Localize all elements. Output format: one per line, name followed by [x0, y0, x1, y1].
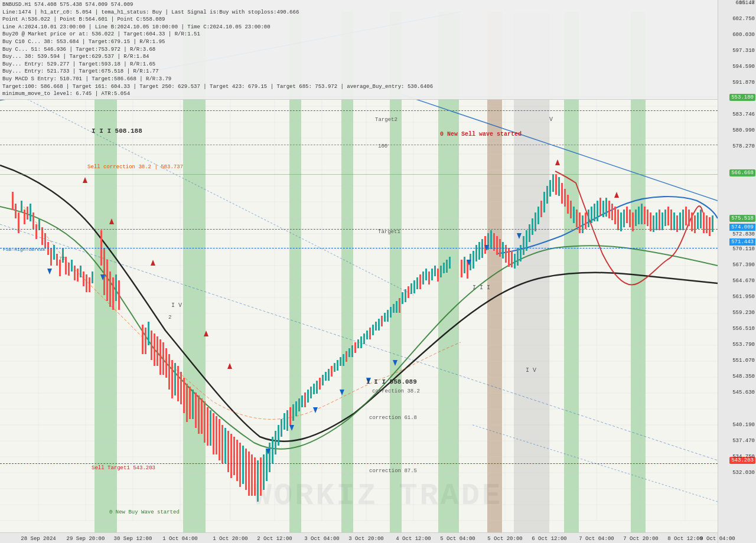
svg-rect-147 — [331, 366, 333, 377]
svg-rect-106 — [210, 410, 211, 446]
chart-container: WORKIZ TRADE BNBUSD.H1 574.408 575.438 5… — [0, 0, 756, 543]
time-30sep12: 30 Sep 12:00 — [114, 536, 152, 542]
svg-rect-97 — [183, 378, 185, 413]
svg-rect-272 — [709, 217, 711, 236]
svg-rect-59 — [44, 233, 46, 248]
price-556510: 556.510 — [732, 326, 755, 332]
info-overlay: BNBUSD.H1 574.408 575.438 574.009 574.00… — [0, 0, 718, 100]
svg-rect-139 — [307, 390, 309, 403]
svg-rect-224 — [567, 195, 569, 214]
svg-rect-195 — [481, 239, 483, 258]
svg-rect-128 — [275, 431, 276, 454]
svg-rect-126 — [269, 443, 271, 472]
svg-rect-103 — [201, 398, 203, 434]
svg-rect-209 — [523, 236, 524, 255]
svg-rect-175 — [413, 280, 415, 293]
svg-rect-179 — [425, 269, 427, 280]
svg-rect-104 — [204, 401, 206, 443]
time-axis: 28 Sep 2024 29 Sep 20:00 30 Sep 12:00 1 … — [0, 532, 718, 543]
svg-rect-243 — [623, 210, 625, 227]
info-line-8: Buy... 38: 539.594 | Target:629.537 | R/… — [2, 53, 715, 61]
svg-rect-171 — [402, 292, 403, 304]
svg-rect-217 — [546, 186, 548, 204]
svg-rect-158 — [363, 333, 365, 344]
svg-rect-161 — [372, 325, 374, 335]
svg-rect-166 — [387, 310, 389, 322]
target2-label: Target2 — [375, 117, 397, 123]
correction38-label: correction 38.2 — [372, 388, 420, 394]
svg-rect-149 — [337, 360, 338, 371]
price-545630: 545.630 — [732, 390, 755, 395]
h-line-target2 — [0, 110, 718, 111]
info-line-2: Line:1474 | h1_atr_c0: 5.054 | tema_h1_s… — [2, 9, 715, 17]
h-line-543 — [0, 463, 718, 464]
svg-rect-146 — [328, 369, 330, 381]
svg-rect-127 — [272, 437, 273, 463]
price-559230: 559.230 — [732, 310, 755, 316]
svg-rect-87 — [154, 333, 155, 366]
svg-rect-98 — [186, 384, 188, 422]
svg-rect-68 — [71, 260, 73, 272]
svg-rect-91 — [165, 348, 167, 378]
svg-rect-75 — [92, 272, 93, 283]
svg-rect-152 — [346, 351, 347, 362]
svg-rect-78 — [106, 260, 108, 301]
svg-rect-262 — [679, 212, 681, 230]
price-580990: 580.990 — [732, 127, 755, 133]
svg-rect-56 — [35, 224, 37, 239]
svg-rect-145 — [325, 372, 327, 381]
svg-rect-137 — [301, 395, 303, 407]
svg-rect-72 — [83, 272, 84, 286]
price-537470: 537.470 — [732, 438, 755, 444]
price-567390: 567.390 — [732, 262, 755, 268]
svg-rect-110 — [221, 425, 223, 463]
svg-rect-90 — [162, 342, 164, 375]
price-578270: 578.270 — [732, 143, 755, 149]
svg-rect-117 — [242, 446, 244, 484]
iii-508-label: I I I 508.188 — [92, 127, 142, 135]
svg-rect-92 — [168, 354, 170, 390]
price-548350: 548.350 — [732, 374, 755, 380]
time-9oct4: 9 Oct 04:00 — [700, 536, 735, 542]
price-532030: 532.030 — [732, 470, 755, 476]
time-29sep20: 29 Sep 20:00 — [67, 536, 105, 542]
price-551070: 551.070 — [732, 358, 755, 364]
svg-rect-233 — [594, 204, 595, 221]
price-591870: 591.870 — [732, 80, 755, 86]
svg-rect-89 — [159, 339, 161, 375]
svg-marker-286 — [340, 390, 344, 395]
info-line-9: Buy... Entry: 529.277 | Target:593.18 | … — [2, 61, 715, 68]
svg-marker-276 — [151, 260, 155, 266]
svg-rect-247 — [635, 210, 637, 226]
time-8oct12: 8 Oct 12:00 — [667, 536, 702, 542]
svg-rect-200 — [496, 236, 498, 255]
svg-rect-240 — [614, 207, 616, 224]
svg-rect-211 — [529, 224, 530, 242]
price-570110: 570.110 — [732, 246, 755, 252]
svg-rect-118 — [245, 449, 247, 490]
svg-rect-154 — [351, 345, 353, 357]
svg-rect-49 — [15, 204, 17, 218]
svg-rect-58 — [41, 227, 43, 245]
pt2-label: 2 — [168, 315, 171, 320]
target1-label: Target1 — [378, 229, 400, 235]
price-561950: 561.950 — [732, 294, 755, 300]
price-553790: 553.790 — [732, 342, 755, 348]
correction618-label: correction 61.8 — [369, 415, 417, 421]
svg-rect-232 — [591, 207, 592, 223]
svg-rect-93 — [171, 360, 173, 398]
svg-rect-48 — [12, 192, 14, 210]
price-axis: 605.47 602.750 600.030 597.310 594.590 5… — [718, 0, 756, 543]
svg-rect-119 — [248, 452, 250, 496]
svg-rect-115 — [236, 440, 238, 481]
svg-rect-99 — [189, 387, 191, 419]
svg-rect-223 — [564, 189, 566, 207]
svg-rect-62 — [53, 245, 55, 260]
svg-rect-226 — [573, 207, 575, 223]
svg-rect-268 — [697, 212, 699, 229]
iii-558-label: I I I 558.089 — [366, 378, 417, 385]
svg-rect-269 — [700, 210, 702, 228]
svg-rect-260 — [673, 212, 675, 230]
svg-rect-189 — [464, 257, 465, 273]
svg-marker-281 — [47, 269, 52, 274]
